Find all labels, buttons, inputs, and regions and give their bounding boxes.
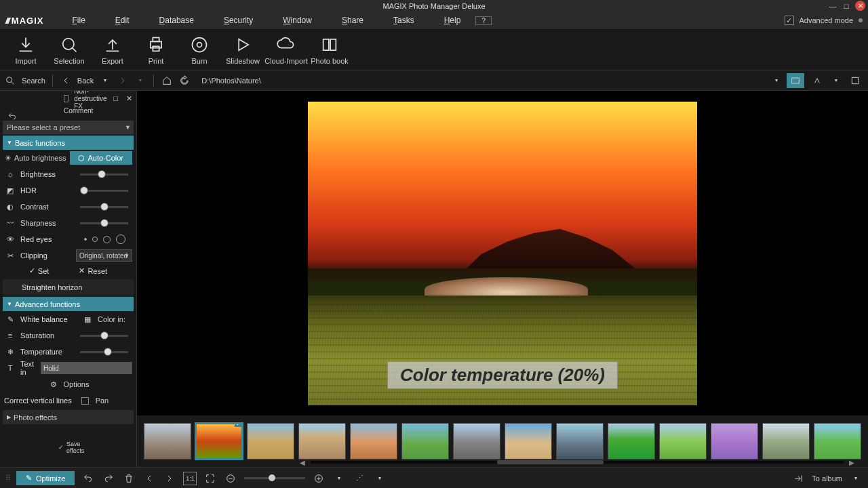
print-button[interactable]: Print — [134, 35, 178, 65]
home-icon[interactable] — [161, 75, 173, 87]
reset-button[interactable]: ✕ Reset — [68, 265, 118, 277]
thumbnail-7[interactable] — [453, 423, 500, 460]
view-panel-button[interactable] — [846, 73, 864, 88]
menu-window[interactable]: Window — [268, 16, 327, 25]
slideshow-button[interactable]: Slideshow — [221, 35, 264, 65]
panel-close-icon[interactable]: ✕ — [126, 94, 132, 103]
toalbum-icon[interactable] — [791, 472, 805, 485]
hdr-slider[interactable] — [80, 190, 128, 192]
refresh-icon[interactable] — [178, 75, 191, 87]
zoom-slider[interactable] — [244, 477, 305, 479]
back-label[interactable]: Back — [77, 77, 94, 85]
zoom-dropdown-icon[interactable]: ▾ — [332, 472, 346, 485]
export-button[interactable]: Export — [91, 35, 134, 65]
scroll-right-icon[interactable]: ▶ — [849, 459, 854, 466]
menu-tasks[interactable]: Tasks — [378, 16, 429, 25]
fullscreen-icon[interactable] — [203, 472, 217, 485]
thumbnail-5[interactable] — [350, 423, 397, 460]
menu-share[interactable]: Share — [327, 16, 378, 25]
path-dropdown-icon[interactable]: ▾ — [770, 75, 783, 87]
thumbnail-3[interactable] — [247, 423, 294, 460]
thumbnail-2[interactable]: ✓ — [195, 423, 243, 460]
nondestructive-checkbox[interactable] — [64, 95, 68, 102]
menu-file[interactable]: File — [57, 16, 100, 25]
menu-security[interactable]: Security — [209, 16, 268, 25]
thumbnail-12[interactable] — [711, 423, 758, 460]
search-icon[interactable] — [4, 75, 16, 87]
selection-button[interactable]: Selection — [47, 35, 91, 65]
path-text[interactable]: D:\Photos\Nature\ — [201, 77, 260, 85]
comment-label[interactable]: Comment — [64, 107, 93, 115]
contrast-slider[interactable] — [80, 206, 128, 208]
effects-dropdown-icon[interactable]: ▾ — [373, 472, 387, 485]
save-effects-button[interactable]: ✓Saveeffects — [58, 441, 84, 454]
import-button[interactable]: Import — [4, 35, 47, 65]
thumbnail-6[interactable] — [401, 423, 449, 460]
toalbum-dropdown-icon[interactable]: ▾ — [849, 472, 863, 485]
prev-icon[interactable] — [142, 472, 156, 485]
filmstrip-scrollbar[interactable]: ◀ ▶ — [300, 459, 854, 466]
maximize-button[interactable]: □ — [842, 1, 851, 11]
temperature-slider[interactable] — [80, 351, 128, 353]
view-dropdown-icon[interactable]: ▾ — [830, 75, 842, 87]
back-icon[interactable] — [60, 75, 72, 87]
back-dropdown-icon[interactable]: ▾ — [99, 75, 111, 87]
correct-vertical-button[interactable]: Correct vertical lines — [4, 396, 72, 405]
menu-database[interactable]: Database — [144, 16, 209, 25]
thumbnail-8[interactable] — [505, 423, 552, 460]
auto-brightness-button[interactable]: ☀Auto brightness — [4, 151, 67, 165]
undo-bottom-icon[interactable] — [81, 472, 95, 485]
search-label[interactable]: Search — [22, 77, 45, 85]
colorin-label[interactable]: Color in: — [98, 315, 125, 323]
close-button[interactable]: ✕ — [855, 1, 865, 11]
thumbnail-11[interactable] — [659, 423, 707, 460]
toalbum-button[interactable]: To album — [812, 474, 842, 483]
thumbnail-1[interactable] — [144, 423, 191, 460]
redo-bottom-icon[interactable] — [102, 472, 115, 485]
forward-icon[interactable] — [117, 75, 129, 87]
scroll-left-icon[interactable]: ◀ — [300, 459, 305, 466]
textin-input[interactable] — [41, 362, 132, 374]
view-compare-button[interactable] — [808, 73, 826, 88]
options-button[interactable]: Options — [64, 380, 90, 388]
straighten-button[interactable]: Straighten horizon — [7, 283, 82, 291]
forward-dropdown-icon[interactable]: ▾ — [134, 75, 146, 87]
set-button[interactable]: ✓ Set — [18, 265, 60, 277]
preview-canvas[interactable]: Color temperature (20%) — [137, 91, 868, 415]
minimize-button[interactable]: — — [828, 1, 837, 11]
thumbnail-10[interactable] — [608, 423, 655, 460]
thumbnail-9[interactable] — [556, 423, 604, 460]
advanced-functions-header[interactable]: ▼Advanced functions — [3, 297, 134, 311]
cloud-import-button[interactable]: Cloud-Import — [264, 35, 308, 65]
zoom-out-icon[interactable] — [224, 472, 237, 485]
optimize-button[interactable]: ✎Optimize — [16, 471, 75, 485]
burn-button[interactable]: Burn — [178, 35, 221, 65]
redeye-size-picker[interactable] — [84, 235, 125, 244]
photobook-button[interactable]: Photo book — [308, 35, 351, 65]
advanced-mode-toggle[interactable]: ✓ Advanced mode — [785, 16, 854, 25]
basic-functions-header[interactable]: ▼Basic functions — [3, 136, 134, 150]
menu-edit[interactable]: Edit — [100, 16, 144, 25]
zoom-in-icon[interactable] — [312, 472, 326, 485]
fit-icon[interactable]: 1:1 — [183, 472, 197, 485]
preset-select[interactable]: Please select a preset▼ — [3, 121, 134, 134]
auto-color-button[interactable]: ⬡Auto-Color — [70, 151, 133, 165]
brightness-slider[interactable] — [80, 174, 128, 176]
next-icon[interactable] — [163, 472, 176, 485]
advanced-mode-checkbox[interactable]: ✓ — [785, 16, 794, 25]
view-single-button[interactable] — [787, 73, 804, 88]
menu-help[interactable]: Help — [429, 16, 476, 25]
delete-icon[interactable] — [122, 472, 136, 485]
pan-checkbox[interactable] — [81, 397, 89, 405]
thumbnail-14[interactable] — [814, 423, 861, 460]
thumbnail-4[interactable] — [298, 423, 346, 460]
effects-icon[interactable]: ⋰ — [353, 472, 366, 485]
whitebalance-label[interactable]: White balance — [20, 315, 72, 323]
sharpness-slider[interactable] — [80, 222, 128, 224]
photo-effects-header[interactable]: ▶Photo effects — [3, 410, 134, 424]
saturation-slider[interactable] — [80, 335, 128, 337]
menu-help-extra[interactable]: ? — [475, 16, 492, 25]
thumbnail-13[interactable] — [762, 423, 810, 460]
panel-maximize-icon[interactable]: □ — [113, 94, 118, 102]
clipping-select[interactable]: Original, rotated▼ — [76, 249, 132, 262]
